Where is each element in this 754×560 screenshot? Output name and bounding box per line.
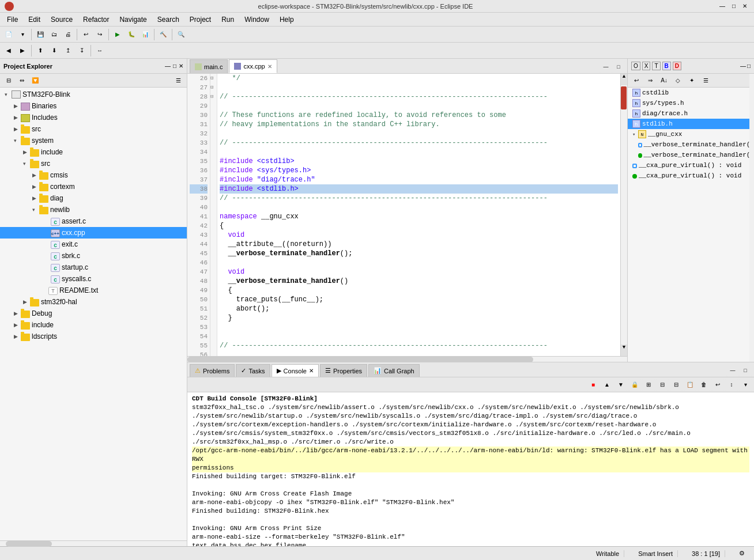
outline-diag-trace[interactable]: h diag/trace.h — [628, 108, 754, 119]
outline-btn3[interactable]: A↓ — [658, 74, 670, 87]
outline-icon-b[interactable]: B — [662, 62, 671, 70]
outline-btn2[interactable]: ⇒ — [644, 74, 657, 87]
tab-tasks[interactable]: ✓ Tasks — [236, 364, 270, 377]
outline-cpv-def[interactable]: __cxa_pure_virtual() : void — [628, 171, 754, 181]
console-btn8[interactable]: 📋 — [684, 379, 696, 391]
outline-vth-def[interactable]: __verbose_terminate_handler() — [628, 150, 754, 160]
tree-includes[interactable]: ▶ Includes — [0, 112, 187, 123]
console-stop[interactable]: ■ — [587, 379, 600, 391]
tree-sys-src[interactable]: ▾ src — [0, 158, 187, 169]
tree-readme[interactable]: T README.txt — [0, 285, 187, 296]
pe-view-menu[interactable]: ☰ — [172, 74, 184, 87]
back-btn[interactable]: ◀ — [2, 44, 15, 57]
tree-system[interactable]: ▾ system — [0, 135, 187, 146]
tree-diag[interactable]: ▶ diag — [0, 192, 187, 204]
tree-cmsis[interactable]: ▶ cmsis — [0, 169, 187, 181]
menu-item-project[interactable]: Project — [185, 14, 216, 25]
tab-console-close[interactable]: ✕ — [309, 368, 314, 374]
tree-cxx-cpp[interactable]: c++ cxx.cpp — [0, 227, 187, 239]
nav2-btn[interactable]: ⬇ — [48, 44, 61, 57]
tab-problems[interactable]: ⚠ Problems — [190, 364, 235, 377]
tree-assert-c[interactable]: c assert.c — [0, 215, 187, 227]
tab-properties[interactable]: ☰ Properties — [320, 364, 367, 377]
outline-scrollbar-v[interactable] — [749, 74, 754, 362]
outline-stdlib-h[interactable]: h stdlib.h — [628, 119, 754, 129]
maximize-btn[interactable]: □ — [730, 3, 738, 9]
editor-maximize[interactable]: □ — [612, 60, 625, 73]
undo-btn[interactable]: ↩ — [80, 28, 92, 41]
print-btn[interactable]: 🖨 — [62, 28, 74, 41]
outline-cstdlib[interactable]: h cstdlib — [628, 88, 754, 98]
search-toolbar-btn[interactable]: 🔍 — [175, 28, 187, 41]
pe-minimize[interactable]: — — [165, 63, 171, 69]
console-up[interactable]: ▲ — [601, 379, 613, 391]
menu-item-help[interactable]: Help — [275, 14, 299, 25]
pe-close[interactable]: ✕ — [179, 63, 183, 69]
tab-main-c[interactable]: main.c — [190, 59, 228, 73]
menu-item-edit[interactable]: Edit — [24, 14, 45, 25]
tree-ldscripts[interactable]: ▶ ldscripts — [0, 331, 187, 342]
save-all-btn[interactable]: 🗂 — [48, 28, 61, 41]
tree-startup-c[interactable]: c startup.c — [0, 262, 187, 273]
pe-collapse-all[interactable]: ⊟ — [2, 74, 15, 87]
forward-btn[interactable]: ▶ — [16, 44, 29, 57]
tab-callgraph[interactable]: 📊 Call Graph — [368, 364, 420, 377]
console-btn7[interactable]: ⊟ — [670, 379, 683, 391]
tab-cxx-close[interactable]: ✕ — [267, 63, 272, 70]
pe-link-editor[interactable]: ⇔ — [16, 74, 28, 87]
outline-icon-x[interactable]: X — [642, 62, 651, 70]
console-minimize[interactable]: — — [726, 364, 739, 377]
pe-filter[interactable]: 🔽 — [29, 74, 42, 87]
nav3-btn[interactable]: ↥ — [62, 44, 74, 57]
redo-btn[interactable]: ↪ — [93, 28, 106, 41]
tree-binaries[interactable]: ▶ Binaries — [0, 100, 187, 112]
console-btn6[interactable]: ⊟ — [656, 379, 669, 391]
save-btn[interactable]: 💾 — [34, 28, 47, 41]
tab-console[interactable]: ▶ Console ✕ — [272, 364, 319, 377]
outline-vth-decl[interactable]: __verbose_terminate_handler() — [628, 139, 754, 150]
tree-src-top[interactable]: ▶ src — [0, 123, 187, 135]
outline-btn6[interactable]: ☰ — [699, 74, 712, 87]
tree-cortexm[interactable]: ▶ cortexm — [0, 181, 187, 192]
build-btn[interactable]: 🔨 — [157, 28, 169, 41]
console-btn10[interactable]: ↩ — [711, 379, 724, 391]
outline-btn5[interactable]: ✦ — [685, 74, 698, 87]
tree-exit-c[interactable]: c exit.c — [0, 239, 187, 250]
outline-minimize[interactable]: — — [740, 63, 746, 69]
pe-scrollbar-h[interactable] — [0, 540, 187, 546]
console-btn11[interactable]: ↕ — [725, 379, 738, 391]
menu-item-refactor[interactable]: Refactor — [78, 14, 114, 25]
outline-btn4[interactable]: ◇ — [672, 74, 684, 87]
tree-include-top[interactable]: ▶ include — [0, 319, 187, 331]
outline-btn1[interactable]: ↩ — [630, 74, 643, 87]
console-maximize[interactable]: □ — [739, 364, 752, 377]
profile-btn[interactable]: 📊 — [139, 28, 152, 41]
new-btn[interactable]: 📄 — [2, 28, 15, 41]
outline-sys-types[interactable]: h sys/types.h — [628, 98, 754, 108]
menu-item-run[interactable]: Run — [217, 14, 239, 25]
console-btn9[interactable]: 🗑 — [698, 379, 710, 391]
outline-icon-t[interactable]: T — [652, 62, 660, 70]
editor-minimize[interactable]: — — [600, 60, 612, 73]
console-lock[interactable]: 🔒 — [628, 379, 641, 391]
console-btn5[interactable]: ⊞ — [642, 379, 655, 391]
run-btn[interactable]: ▶ — [111, 28, 124, 41]
outline-icon-o[interactable]: O — [631, 62, 640, 70]
editor-scrollbar-h[interactable] — [187, 356, 627, 362]
tree-newlib[interactable]: ▾ newlib — [0, 204, 187, 215]
nav1-btn[interactable]: ⬆ — [34, 44, 47, 57]
menu-item-source[interactable]: Source — [46, 14, 77, 25]
outline-cpv-decl[interactable]: __cxa_pure_virtual() : void — [628, 160, 754, 171]
menu-item-navigate[interactable]: Navigate — [115, 14, 151, 25]
tree-sbrk-c[interactable]: c sbrk.c — [0, 250, 187, 262]
menu-item-file[interactable]: File — [2, 14, 22, 25]
tab-cxx-cpp[interactable]: cxx.cpp ✕ — [229, 59, 277, 73]
tree-debug[interactable]: ▶ Debug — [0, 308, 187, 319]
tree-syscalls-c[interactable]: c syscalls.c — [0, 273, 187, 285]
outline-icon-d[interactable]: D — [673, 62, 681, 70]
menu-item-search[interactable]: Search — [153, 14, 184, 25]
tree-sys-include[interactable]: ▶ include — [0, 146, 187, 158]
outline-gnu-cxx[interactable]: ▾ N __gnu_cxx — [628, 129, 754, 139]
tree-stm32f0-hal[interactable]: ▶ stm32f0-hal — [0, 296, 187, 308]
pe-maximize[interactable]: □ — [173, 63, 176, 69]
